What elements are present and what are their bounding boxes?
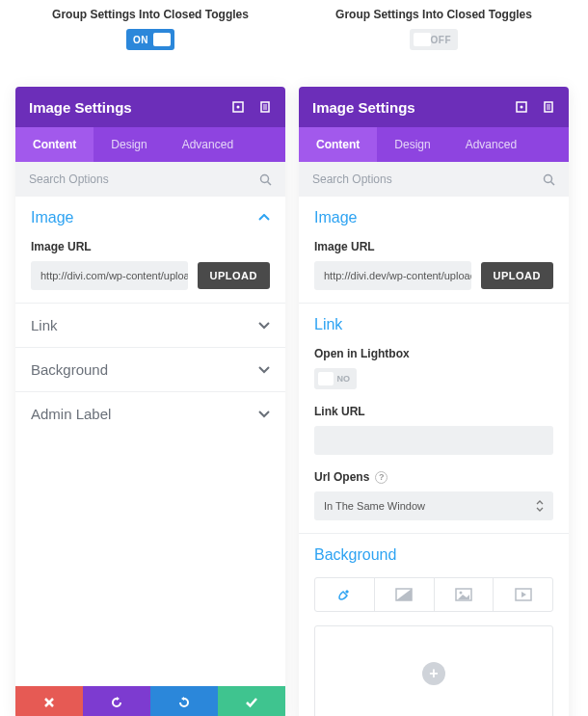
- settings-panel: Image Settings Content Design Advanced S…: [299, 87, 569, 716]
- panel-title: Image Settings: [312, 99, 515, 116]
- svg-line-17: [551, 181, 555, 185]
- bg-tab-image[interactable]: [435, 578, 494, 611]
- image-url-input[interactable]: http://divi.dev/wp-content/uploac: [314, 261, 471, 290]
- image-section: Image Image URL http://divi.dev/wp-conte…: [299, 197, 569, 303]
- group-toggle-label: Group Settings Into Closed Toggles: [299, 8, 569, 21]
- tab-advanced[interactable]: Advanced: [448, 127, 534, 162]
- open-lightbox-label: Open in Lightbox: [314, 347, 553, 360]
- upload-button[interactable]: UPLOAD: [481, 262, 553, 289]
- redo-button[interactable]: [150, 686, 218, 716]
- chevron-down-icon: [258, 411, 270, 418]
- link-url-label: Link URL: [314, 405, 553, 418]
- panel-header: Image Settings: [299, 87, 569, 127]
- svg-point-20: [459, 592, 462, 595]
- search-input[interactable]: Search Options: [299, 162, 569, 197]
- select-arrows-icon: [536, 500, 544, 512]
- search-icon: [543, 173, 555, 186]
- link-url-input[interactable]: [314, 426, 553, 455]
- svg-point-6: [261, 174, 269, 182]
- tab-advanced[interactable]: Advanced: [165, 127, 251, 162]
- bg-tab-gradient[interactable]: [375, 578, 435, 611]
- tab-content[interactable]: Content: [299, 127, 377, 162]
- panel-header: Image Settings: [15, 87, 285, 127]
- panel-footer: [15, 686, 285, 716]
- close-button[interactable]: [15, 686, 83, 716]
- svg-line-7: [268, 181, 272, 185]
- svg-point-16: [545, 174, 552, 182]
- search-icon: [259, 173, 272, 186]
- expand-icon[interactable]: [231, 100, 245, 114]
- upload-button[interactable]: UPLOAD: [198, 262, 270, 289]
- svg-point-1: [237, 106, 240, 109]
- left-column: Group Settings Into Closed Toggles ON Im…: [15, 8, 285, 716]
- group-toggle-label: Group Settings Into Closed Toggles: [15, 8, 285, 21]
- open-lightbox-toggle[interactable]: NO: [314, 368, 357, 389]
- chevron-up-icon: [258, 214, 270, 222]
- tab-design[interactable]: Design: [94, 127, 164, 162]
- background-type-tabs: [314, 577, 553, 612]
- menu-icon[interactable]: [542, 100, 555, 114]
- right-column: Group Settings Into Closed Toggles OFF I…: [299, 8, 569, 716]
- help-icon[interactable]: ?: [375, 471, 388, 484]
- url-opens-select[interactable]: In The Same Window: [314, 491, 553, 520]
- undo-button[interactable]: [83, 686, 150, 716]
- background-preview[interactable]: +: [314, 625, 553, 716]
- search-input[interactable]: Search Options: [15, 162, 285, 197]
- tabs: Content Design Advanced: [15, 127, 285, 162]
- background-section: Background: [299, 533, 569, 716]
- chevron-down-icon: [258, 366, 270, 374]
- group-toggle[interactable]: OFF: [410, 29, 458, 50]
- save-button[interactable]: [218, 686, 285, 716]
- add-background-icon: +: [422, 662, 445, 685]
- group-toggle[interactable]: ON: [126, 29, 174, 50]
- menu-icon[interactable]: [258, 100, 272, 114]
- bg-tab-video[interactable]: [494, 578, 552, 611]
- panel-title: Image Settings: [29, 99, 231, 116]
- expand-icon[interactable]: [515, 100, 528, 114]
- link-section: Link Open in Lightbox NO Link URL: [299, 303, 569, 533]
- image-url-label: Image URL: [314, 240, 553, 253]
- tab-design[interactable]: Design: [377, 127, 447, 162]
- admin-label-section-toggle[interactable]: Admin Label: [15, 391, 285, 436]
- tab-content[interactable]: Content: [15, 127, 94, 162]
- link-section-toggle[interactable]: Link: [15, 303, 285, 347]
- image-section-toggle[interactable]: Image: [31, 209, 270, 226]
- settings-panel: Image Settings Content Design Advanced S…: [15, 87, 285, 716]
- tabs: Content Design Advanced: [299, 127, 569, 162]
- background-section-toggle[interactable]: Background: [15, 347, 285, 391]
- image-url-label: Image URL: [31, 240, 270, 253]
- image-url-input[interactable]: http://divi.com/wp-content/uploac: [31, 261, 188, 290]
- image-section: Image Image URL http://divi.com/wp-conte…: [15, 197, 285, 303]
- url-opens-label: Url Opens ?: [314, 470, 553, 484]
- bg-tab-color[interactable]: [315, 578, 375, 611]
- chevron-down-icon: [258, 322, 270, 330]
- svg-point-11: [521, 106, 523, 109]
